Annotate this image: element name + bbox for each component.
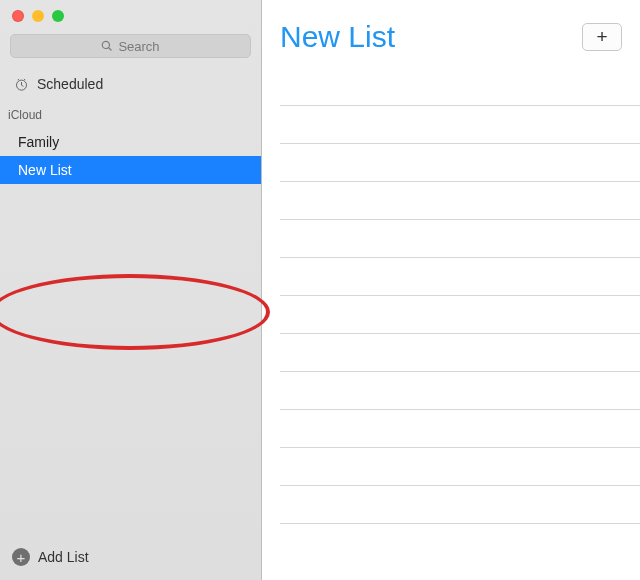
- icloud-section-header: iCloud: [0, 100, 261, 128]
- list-title[interactable]: New List: [280, 20, 395, 54]
- annotation-circle: [0, 274, 270, 350]
- reminder-row[interactable]: [280, 182, 640, 220]
- reminder-row[interactable]: [280, 296, 640, 334]
- add-list-label: Add List: [38, 549, 89, 565]
- scheduled-item[interactable]: Scheduled: [0, 66, 261, 100]
- reminder-row[interactable]: [280, 410, 640, 448]
- add-reminder-button[interactable]: +: [582, 23, 622, 51]
- reminder-row[interactable]: [280, 486, 640, 524]
- window-controls: [12, 10, 64, 22]
- reminder-row[interactable]: [280, 106, 640, 144]
- reminder-row[interactable]: [280, 448, 640, 486]
- sidebar-list-new-list[interactable]: New List: [0, 156, 261, 184]
- list-items: Family New List: [0, 128, 261, 184]
- reminder-row[interactable]: [280, 220, 640, 258]
- reminder-row[interactable]: [280, 258, 640, 296]
- close-window-button[interactable]: [12, 10, 24, 22]
- search-icon: [101, 40, 113, 52]
- reminders-list[interactable]: [262, 64, 640, 580]
- reminder-row[interactable]: [280, 68, 640, 106]
- search-placeholder: Search: [118, 39, 159, 54]
- reminder-row[interactable]: [280, 334, 640, 372]
- reminder-row[interactable]: [280, 372, 640, 410]
- minimize-window-button[interactable]: [32, 10, 44, 22]
- plus-icon: +: [596, 26, 607, 48]
- search-input[interactable]: Search: [10, 34, 251, 58]
- scheduled-label: Scheduled: [37, 76, 103, 92]
- sidebar-item-label: New List: [18, 162, 72, 178]
- sidebar-list-family[interactable]: Family: [0, 128, 261, 156]
- main-panel: New List +: [262, 0, 640, 580]
- main-header: New List +: [262, 0, 640, 64]
- add-list-button[interactable]: + Add List: [0, 538, 261, 580]
- sidebar-item-label: Family: [18, 134, 59, 150]
- plus-circle-icon: +: [12, 548, 30, 566]
- zoom-window-button[interactable]: [52, 10, 64, 22]
- reminder-row[interactable]: [280, 144, 640, 182]
- clock-icon: [14, 77, 29, 92]
- sidebar: Search Scheduled iCloud Family New List …: [0, 0, 262, 580]
- reminders-window: Search Scheduled iCloud Family New List …: [0, 0, 640, 580]
